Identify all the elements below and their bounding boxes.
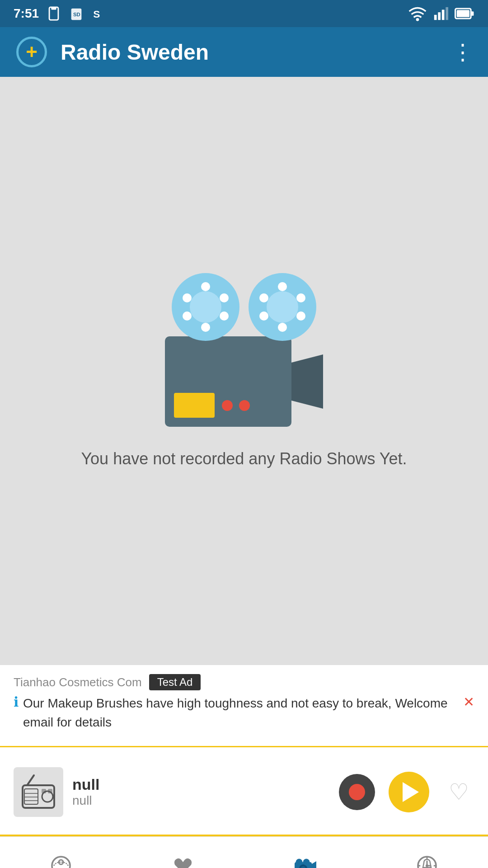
svg-rect-1 (51, 7, 56, 10)
ad-info-icon: ℹ (14, 694, 19, 710)
nav-item-explore[interactable]: Explore (0, 854, 122, 868)
signal-icon (433, 6, 448, 21)
app-logo: + (14, 34, 50, 70)
favourite-button[interactable]: ♡ (443, 776, 474, 808)
app-bar: + Radio Sweden ⋮ (0, 27, 488, 77)
record-icon (349, 784, 365, 800)
recordings-icon (292, 854, 318, 868)
ad-badge: Test Ad (149, 674, 201, 690)
svg-rect-12 (457, 10, 469, 17)
more-options-button[interactable]: ⋮ (452, 39, 474, 65)
wifi-icon (408, 6, 427, 21)
svg-point-14 (190, 292, 221, 322)
ad-banner[interactable]: Tianhao Cosmetics Com Test Ad ℹ Our Make… (0, 665, 488, 746)
svg-point-23 (267, 292, 298, 322)
svg-point-17 (220, 293, 229, 302)
nav-item-reminders[interactable]: Reminders (366, 854, 488, 868)
svg-point-28 (278, 323, 287, 332)
reel-left (172, 273, 239, 341)
sd-card-icon: SD (69, 6, 84, 21)
reminders-icon (415, 854, 439, 868)
player-title: null (72, 776, 330, 793)
advertiser-name: Tianhao Cosmetics Com (14, 675, 142, 689)
svg-point-25 (278, 282, 287, 291)
camera-film (174, 393, 215, 418)
svg-point-21 (183, 293, 192, 302)
status-time: 7:51 (14, 6, 39, 21)
svg-point-40 (52, 857, 70, 868)
svg-line-32 (27, 775, 34, 785)
player-bar: null null ♡ (0, 746, 488, 836)
nav-item-favourites[interactable]: Favourites (122, 854, 244, 868)
svg-point-29 (259, 311, 268, 321)
nav-item-recordings[interactable]: Recordings (244, 854, 366, 868)
player-controls: ♡ (339, 772, 474, 812)
bottom-nav: Explore Favourites Recordings (0, 836, 488, 868)
svg-point-15 (201, 302, 210, 311)
svg-point-19 (201, 323, 210, 332)
camera-dot-1 (222, 400, 233, 411)
ad-close-icon[interactable]: ✕ (463, 694, 474, 710)
radio-icon (18, 772, 59, 812)
svg-rect-6 (434, 15, 437, 20)
svg-point-5 (416, 18, 419, 21)
svg-point-27 (296, 311, 305, 321)
s-icon: S (91, 6, 107, 21)
app-title: Radio Sweden (61, 40, 441, 65)
svg-text:S: S (93, 8, 100, 20)
status-right (408, 6, 474, 21)
camera-illustration (165, 273, 323, 427)
svg-rect-8 (442, 10, 445, 20)
camera-lens (291, 354, 323, 409)
favourites-icon (171, 854, 195, 868)
clipboard-icon (46, 6, 61, 21)
svg-point-46 (303, 859, 310, 865)
camera-body-wrapper (165, 336, 323, 427)
explore-icon (49, 854, 73, 868)
svg-point-54 (426, 864, 428, 867)
svg-rect-9 (446, 7, 448, 20)
player-subtitle: null (72, 793, 330, 808)
play-button[interactable] (389, 772, 429, 812)
svg-point-26 (296, 293, 305, 302)
camera-dot-2 (239, 400, 250, 411)
play-icon (403, 782, 419, 802)
camera-body (165, 336, 291, 427)
svg-rect-39 (48, 789, 52, 793)
heart-icon: ♡ (449, 779, 469, 805)
svg-rect-7 (438, 12, 441, 20)
ad-body-text: Our Makeup Brushes have high toughness a… (23, 694, 455, 732)
svg-point-18 (220, 311, 229, 321)
record-button[interactable] (339, 774, 375, 810)
battery-icon (455, 6, 474, 21)
player-info: null null (72, 776, 330, 808)
logo-plus: + (26, 42, 38, 62)
camera-dots-row (222, 400, 250, 411)
svg-rect-38 (42, 789, 46, 793)
svg-text:SD: SD (73, 12, 80, 17)
svg-point-20 (183, 311, 192, 321)
ad-header: Tianhao Cosmetics Com Test Ad (14, 674, 474, 690)
svg-point-16 (201, 282, 210, 291)
player-thumbnail (14, 767, 63, 817)
status-bar: 7:51 SD S (0, 0, 488, 27)
camera-reels (172, 273, 316, 341)
svg-point-30 (259, 293, 268, 302)
svg-rect-33 (24, 789, 38, 804)
logo-circle: + (16, 37, 47, 67)
main-content: You have not recorded any Radio Shows Ye… (0, 77, 488, 665)
svg-rect-11 (471, 11, 474, 15)
empty-message: You have not recorded any Radio Shows Ye… (54, 449, 434, 468)
svg-point-45 (296, 859, 302, 865)
player-progress-bar (0, 835, 488, 836)
svg-point-24 (278, 302, 287, 311)
reel-right (249, 273, 316, 341)
status-left: 7:51 SD S (14, 6, 107, 21)
